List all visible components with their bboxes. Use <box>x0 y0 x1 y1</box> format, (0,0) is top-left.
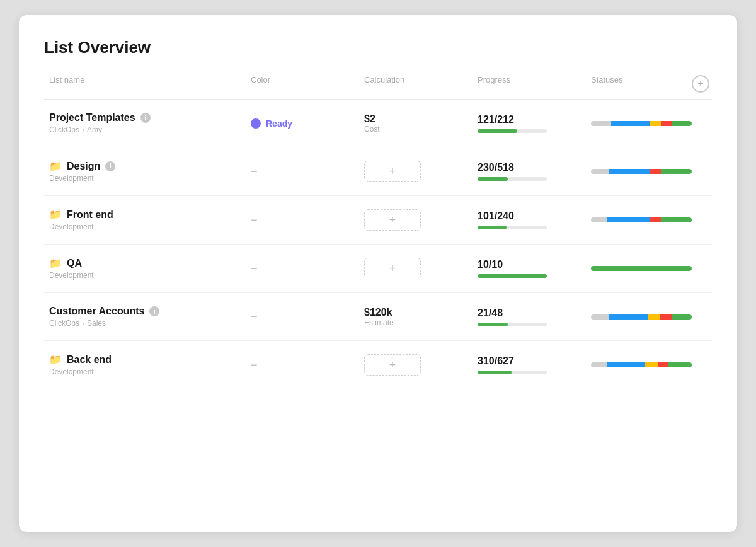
col-color: Color <box>246 75 359 93</box>
status-segment <box>648 314 660 320</box>
progress-bar-bg <box>478 371 547 374</box>
color-col: Ready <box>246 118 359 129</box>
color-dash: − <box>251 359 258 372</box>
progress-col: 121/212 <box>472 114 586 133</box>
status-label[interactable]: Ready <box>266 118 292 129</box>
folder-icon: 📁 <box>49 209 62 221</box>
col-list-name: List name <box>44 75 246 93</box>
table-row: 📁Front endDevelopment−+101/240 <box>44 196 712 245</box>
add-calculation-button[interactable]: + <box>364 258 421 279</box>
row-name: Project Templates <box>49 112 135 124</box>
progress-fraction: 310/627 <box>478 355 581 367</box>
name-col: 📁Back endDevelopment <box>44 354 246 376</box>
status-segment <box>672 121 692 126</box>
name-col: 📁DesigniDevelopment <box>44 160 246 183</box>
calc-sub-label: Cost <box>364 125 467 134</box>
progress-bar-fill <box>478 371 512 374</box>
calc-main-value: $120k <box>364 307 467 318</box>
table-row: 📁DesigniDevelopment−+230/518 <box>44 147 712 196</box>
status-bar <box>591 362 692 367</box>
progress-bar-fill <box>478 129 517 133</box>
calc-sub-label: Estimate <box>364 318 467 327</box>
add-col-header: + <box>687 75 712 93</box>
statuses-col <box>586 362 697 367</box>
col-statuses: Statuses <box>586 75 687 93</box>
status-segment <box>591 217 607 222</box>
row-name: Front end <box>67 209 113 221</box>
status-segment <box>609 169 650 174</box>
calc-col: + <box>359 161 472 182</box>
status-segment <box>609 314 648 320</box>
status-segment <box>672 314 692 320</box>
progress-bar-fill <box>478 226 507 229</box>
progress-fraction: 101/240 <box>478 210 581 222</box>
name-col: 📁QADevelopment <box>44 257 246 280</box>
breadcrumb: Development <box>49 174 241 183</box>
add-list-button[interactable]: + <box>692 75 709 93</box>
color-dash: − <box>251 262 258 275</box>
statuses-col <box>586 266 697 271</box>
status-segment <box>650 121 662 126</box>
status-segment <box>591 266 692 271</box>
status-segment <box>660 314 672 320</box>
status-segment <box>650 217 662 222</box>
table-row: Project TemplatesiClickOps › AmyReady$2C… <box>44 100 712 147</box>
statuses-col <box>586 121 697 126</box>
rows-container: Project TemplatesiClickOps › AmyReady$2C… <box>44 100 712 389</box>
breadcrumb: ClickOps › Sales <box>49 319 241 328</box>
info-icon[interactable]: i <box>105 161 115 171</box>
folder-icon: 📁 <box>49 257 62 269</box>
progress-bar-fill <box>478 177 508 181</box>
table-row: 📁Back endDevelopment−+310/627 <box>44 341 712 389</box>
calc-col: + <box>359 258 472 279</box>
color-dash: − <box>251 165 258 178</box>
status-bar <box>591 314 692 320</box>
status-segment <box>591 121 611 126</box>
progress-col: 21/48 <box>472 308 586 326</box>
color-col: − <box>246 165 359 178</box>
name-col: Customer AccountsiClickOps › Sales <box>44 306 246 328</box>
calc-col: + <box>359 209 472 231</box>
page-title: List Overview <box>44 38 712 57</box>
status-segment <box>658 362 668 367</box>
status-segment <box>662 217 692 222</box>
progress-col: 101/240 <box>472 210 586 229</box>
progress-fraction: 230/518 <box>478 162 581 173</box>
row-name: Design <box>67 161 100 172</box>
color-col: − <box>246 214 359 227</box>
table-header: List name Color Calculation Progress Sta… <box>44 75 712 100</box>
col-progress: Progress <box>472 75 586 93</box>
color-dot <box>251 118 261 129</box>
status-segment <box>611 121 650 126</box>
color-col: − <box>246 262 359 275</box>
add-calculation-button[interactable]: + <box>364 354 421 376</box>
progress-fraction: 10/10 <box>478 259 581 270</box>
row-name: QA <box>67 258 82 269</box>
status-segment <box>662 121 672 126</box>
list-overview-card: List Overview List name Color Calculatio… <box>19 15 737 532</box>
row-name: Back end <box>67 354 112 366</box>
progress-bar-bg <box>478 274 547 278</box>
color-dash: − <box>251 214 258 227</box>
statuses-col <box>586 169 697 174</box>
status-segment <box>607 217 650 222</box>
statuses-col <box>586 217 697 222</box>
add-calculation-button[interactable]: + <box>364 161 421 182</box>
progress-bar-bg <box>478 177 547 181</box>
statuses-col <box>586 314 697 320</box>
calc-main-value: $2 <box>364 113 467 125</box>
progress-bar-fill <box>478 323 508 326</box>
add-calculation-button[interactable]: + <box>364 209 421 231</box>
status-segment <box>645 362 657 367</box>
status-bar <box>591 217 692 222</box>
status-segment <box>662 169 692 174</box>
progress-bar-fill <box>478 274 547 278</box>
info-icon[interactable]: i <box>140 113 151 123</box>
breadcrumb: ClickOps › Amy <box>49 125 241 134</box>
row-name: Customer Accounts <box>49 306 144 317</box>
info-icon[interactable]: i <box>149 306 159 316</box>
status-segment <box>668 362 692 367</box>
progress-bar-bg <box>478 226 547 229</box>
folder-icon: 📁 <box>49 354 62 366</box>
name-col: Project TemplatesiClickOps › Amy <box>44 112 246 134</box>
